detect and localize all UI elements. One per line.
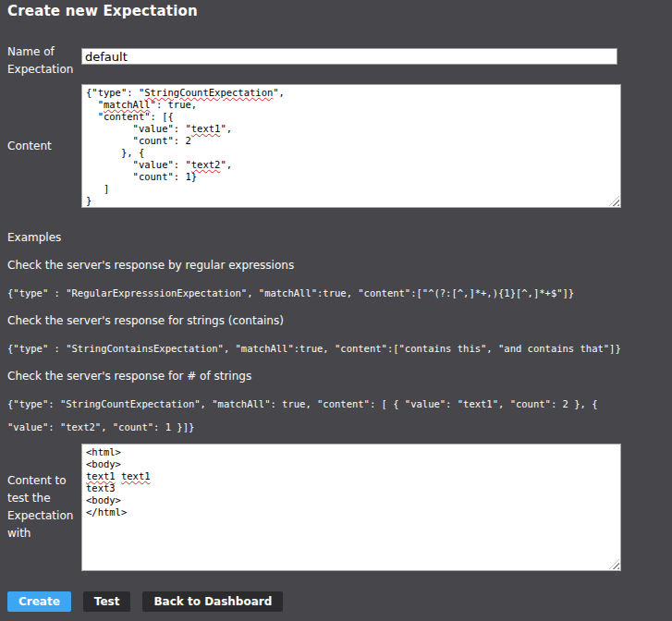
- expectation-name-input[interactable]: [81, 48, 617, 65]
- action-buttons: Create Test Back to Dashboard: [7, 591, 665, 612]
- examples-heading: Examples: [7, 226, 636, 250]
- example-caption-regex: Check the server's response by regular e…: [7, 254, 636, 277]
- example-caption-contains: Check the server's response for strings …: [7, 310, 636, 333]
- content-textarea[interactable]: {"type": "StringCountExpectation", "matc…: [81, 84, 621, 208]
- content-label: Content: [7, 138, 81, 155]
- test-button[interactable]: Test: [83, 591, 131, 612]
- back-to-dashboard-button[interactable]: Back to Dashboard: [142, 591, 283, 612]
- test-content-row: Content to test the Expectation with <ht…: [7, 444, 665, 571]
- content-row: Content {"type": "StringCountExpectation…: [7, 84, 665, 208]
- page-container: Create new Expectation Name of Expectati…: [0, 0, 672, 615]
- test-content-label: Content to test the Expectation with: [7, 472, 81, 542]
- examples-section: Examples Check the server's response by …: [7, 226, 636, 439]
- example-caption-count: Check the server's response for # of str…: [7, 365, 636, 388]
- example-code-regex: {"type" : "RegularExpresssionExpectation…: [7, 282, 636, 305]
- example-code-count: {"type": "StringCountExpectation", "matc…: [7, 393, 636, 439]
- example-code-contains: {"type" : "StringContainsExpectation", "…: [7, 337, 636, 360]
- create-button[interactable]: Create: [7, 591, 71, 612]
- test-content-textarea[interactable]: <html> <body> text1 text1 text3 <body> <…: [81, 444, 621, 571]
- name-of-expectation-label: Name of Expectation: [7, 43, 81, 79]
- name-row: Name of Expectation: [7, 43, 665, 79]
- page-title: Create new Expectation: [7, 3, 665, 19]
